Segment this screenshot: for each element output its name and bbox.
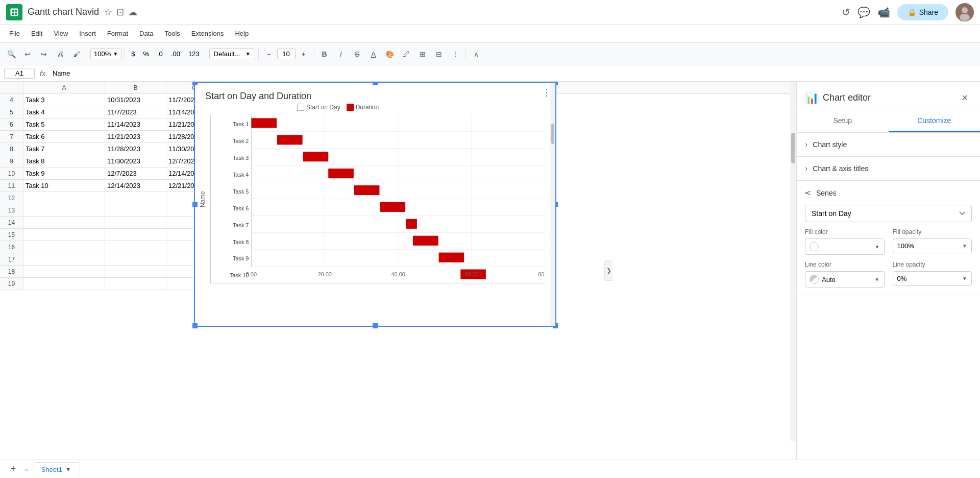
row-header-18[interactable]: 18 (0, 266, 23, 278)
chat-icon[interactable]: 💬 (857, 6, 870, 18)
cell-a12[interactable] (23, 192, 105, 204)
cell-a6[interactable]: Task 5 (23, 118, 105, 131)
row-header-13[interactable]: 13 (0, 204, 23, 217)
row-header-19[interactable]: 19 (0, 278, 23, 290)
menu-insert[interactable]: Insert (74, 28, 101, 39)
cell-a13[interactable] (23, 204, 105, 217)
cell-b7[interactable]: 11/21/2023 (105, 131, 166, 143)
fill-opacity-button[interactable]: 100% ▼ (893, 238, 972, 253)
cell-b6[interactable]: 11/14/2023 (105, 118, 166, 131)
cell-a17[interactable] (23, 253, 105, 266)
star-icon[interactable]: ☆ (104, 7, 112, 18)
row-header-5[interactable]: 5 (0, 106, 23, 118)
cell-a16[interactable] (23, 241, 105, 253)
cell-a9[interactable]: Task 8 (23, 155, 105, 168)
decimal-increase-button[interactable]: .00 (168, 49, 183, 59)
cell-b12[interactable] (105, 192, 166, 204)
redo-button[interactable]: ↪ (37, 47, 51, 61)
col-header-b[interactable]: B (105, 82, 166, 93)
cell-a7[interactable]: Task 6 (23, 131, 105, 143)
series-dropdown[interactable]: Start on Day Duration (805, 205, 972, 222)
tab-setup[interactable]: Setup (797, 110, 889, 132)
resize-handle-bc[interactable] (373, 323, 378, 328)
cell-b16[interactable] (105, 241, 166, 253)
cell-a4[interactable]: Task 3 (23, 94, 105, 106)
paint-format-button[interactable]: 🖌 (69, 47, 84, 61)
menu-edit[interactable]: Edit (26, 28, 47, 39)
menu-data[interactable]: Data (134, 28, 158, 39)
row-header-4[interactable]: 4 (0, 94, 23, 106)
chart-scrollbar[interactable] (550, 83, 555, 326)
row-header-17[interactable]: 17 (0, 253, 23, 266)
line-opacity-button[interactable]: 0% ▼ (893, 271, 972, 286)
cell-a15[interactable] (23, 229, 105, 241)
chart-axis-titles-header[interactable]: › Chart & axis titles (797, 157, 980, 180)
cell-b17[interactable] (105, 253, 166, 266)
cell-a5[interactable]: Task 4 (23, 106, 105, 118)
row-header-15[interactable]: 15 (0, 229, 23, 241)
zoom-control[interactable]: 100% ▼ (90, 49, 121, 59)
folder-icon[interactable]: ⊡ (116, 7, 124, 18)
font-size-input[interactable] (277, 49, 296, 59)
row-header-9[interactable]: 9 (0, 155, 23, 168)
sheet-scrollbar[interactable] (790, 82, 796, 441)
cell-b14[interactable] (105, 217, 166, 229)
cell-b18[interactable] (105, 266, 166, 278)
cell-a8[interactable]: Task 7 (23, 143, 105, 155)
menu-format[interactable]: Format (102, 28, 133, 39)
cell-reference-input[interactable] (4, 68, 35, 79)
row-header-10[interactable]: 10 (0, 168, 23, 180)
cloud-icon[interactable]: ☁ (128, 7, 137, 18)
cell-b13[interactable] (105, 204, 166, 217)
add-sheet-button[interactable]: + (6, 462, 20, 476)
chart-scrollbar-thumb[interactable] (551, 124, 554, 144)
sheet-tab-dropdown[interactable]: ▼ (65, 466, 71, 473)
chart-container[interactable]: ⋮ Start on Day and Duration Start on Day… (194, 82, 556, 327)
merge-button[interactable]: ⊟ (432, 47, 446, 61)
underline-button[interactable]: A (366, 47, 381, 61)
menu-tools[interactable]: Tools (159, 28, 185, 39)
row-header-7[interactable]: 7 (0, 131, 23, 143)
cell-b11[interactable]: 12/14/2023 (105, 180, 166, 192)
fill-color-button[interactable]: 🖊 (399, 47, 413, 61)
collapse-toolbar-button[interactable]: ∧ (469, 47, 483, 61)
percent-button[interactable]: % (140, 49, 152, 59)
meet-icon[interactable]: 📹 (877, 6, 890, 18)
font-size-increase[interactable]: + (297, 47, 311, 61)
col-header-a[interactable]: A (23, 82, 105, 93)
avatar[interactable] (955, 3, 974, 21)
sheet-tab-sheet1[interactable]: Sheet1 ▼ (33, 462, 80, 476)
cell-b15[interactable] (105, 229, 166, 241)
sheet-scrollbar-thumb[interactable] (791, 133, 795, 163)
history-icon[interactable]: ↺ (842, 6, 850, 18)
search-button[interactable]: 🔍 (4, 47, 18, 61)
row-header-6[interactable]: 6 (0, 118, 23, 131)
fill-color-button[interactable]: ▼ (805, 238, 885, 255)
menu-extensions[interactable]: Extensions (186, 28, 229, 39)
cell-b19[interactable] (105, 278, 166, 290)
resize-handle-bl[interactable] (192, 323, 198, 328)
row-header-8[interactable]: 8 (0, 143, 23, 155)
menu-file[interactable]: File (4, 28, 25, 39)
cell-a19[interactable] (23, 278, 105, 290)
currency-button[interactable]: $ (128, 49, 138, 59)
cell-b5[interactable]: 11/7/2023 (105, 106, 166, 118)
row-header-12[interactable]: 12 (0, 192, 23, 204)
row-header-16[interactable]: 16 (0, 241, 23, 253)
italic-button[interactable]: I (334, 47, 348, 61)
font-family-dropdown[interactable]: Default... ▼ (209, 49, 255, 59)
format-123-button[interactable]: 123 (185, 49, 203, 59)
sheets-list-button[interactable]: ≡ (24, 465, 29, 473)
line-color-button[interactable]: Auto ▼ (805, 271, 885, 288)
row-header-14[interactable]: 14 (0, 217, 23, 229)
cell-a18[interactable] (23, 266, 105, 278)
borders-button[interactable]: ⊞ (415, 47, 430, 61)
more-button[interactable]: ⋮ (448, 47, 462, 61)
cell-a14[interactable] (23, 217, 105, 229)
bold-button[interactable]: B (317, 47, 332, 61)
cell-a11[interactable]: Task 10 (23, 180, 105, 192)
share-button[interactable]: 🔒 Share (897, 4, 948, 20)
cell-a10[interactable]: Task 9 (23, 168, 105, 180)
decimal-decrease-button[interactable]: .0 (154, 49, 166, 59)
strikethrough-button[interactable]: S (350, 47, 364, 61)
